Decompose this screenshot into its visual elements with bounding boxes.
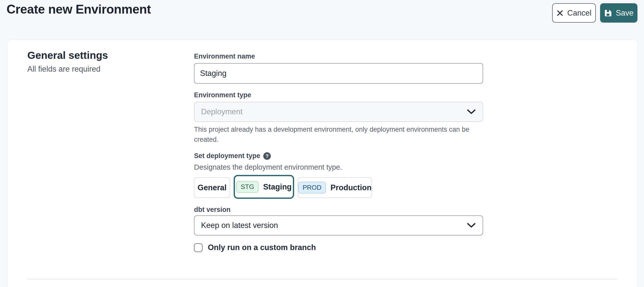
environment-type-help: This project already has a development e…	[194, 124, 486, 145]
prod-badge: PROD	[298, 182, 326, 194]
deployment-type-label: Set deployment type	[194, 152, 260, 160]
environment-name-input[interactable]	[194, 63, 483, 84]
deployment-type-description: Designates the deployment environment ty…	[194, 163, 342, 171]
deployment-option-general[interactable]: General	[194, 177, 230, 198]
environment-type-label: Environment type	[194, 91, 251, 99]
header-actions: Cancel Save	[552, 3, 637, 23]
custom-branch-checkbox[interactable]	[194, 243, 203, 252]
chevron-down-icon	[467, 223, 476, 228]
x-icon	[556, 10, 563, 17]
deployment-option-staging[interactable]: STG Staging	[234, 175, 294, 199]
deployment-option-production[interactable]: PROD Production	[298, 177, 372, 198]
save-button[interactable]: Save	[600, 3, 637, 23]
environment-type-value: Deployment	[201, 107, 467, 116]
cancel-button-label: Cancel	[567, 9, 592, 18]
cancel-button[interactable]: Cancel	[552, 3, 596, 23]
question-circle-icon[interactable]: ?	[263, 152, 271, 160]
deployment-option-general-label: General	[198, 183, 226, 192]
save-button-label: Save	[616, 9, 634, 18]
page-title: Create new Environment	[7, 2, 151, 17]
settings-card: General settings All fields are required…	[7, 40, 637, 287]
stg-badge: STG	[236, 181, 259, 193]
deployment-option-production-label: Production	[331, 183, 372, 192]
deployment-option-staging-label: Staging	[263, 182, 292, 192]
floppy-disk-icon	[604, 9, 612, 17]
custom-branch-label: Only run on a custom branch	[208, 243, 316, 252]
section-divider	[27, 279, 618, 279]
environment-name-label: Environment name	[194, 53, 255, 60]
chevron-down-icon	[467, 109, 476, 115]
environment-type-select[interactable]: Deployment	[194, 102, 483, 122]
section-heading: General settings	[27, 50, 108, 61]
custom-branch-row: Only run on a custom branch	[194, 243, 316, 252]
section-subheading: All fields are required	[27, 65, 100, 74]
deployment-type-label-row: Set deployment type ?	[194, 152, 271, 160]
dbt-version-value: Keep on latest version	[201, 221, 467, 230]
dbt-version-label: dbt version	[194, 206, 231, 214]
dbt-version-select[interactable]: Keep on latest version	[194, 215, 483, 235]
